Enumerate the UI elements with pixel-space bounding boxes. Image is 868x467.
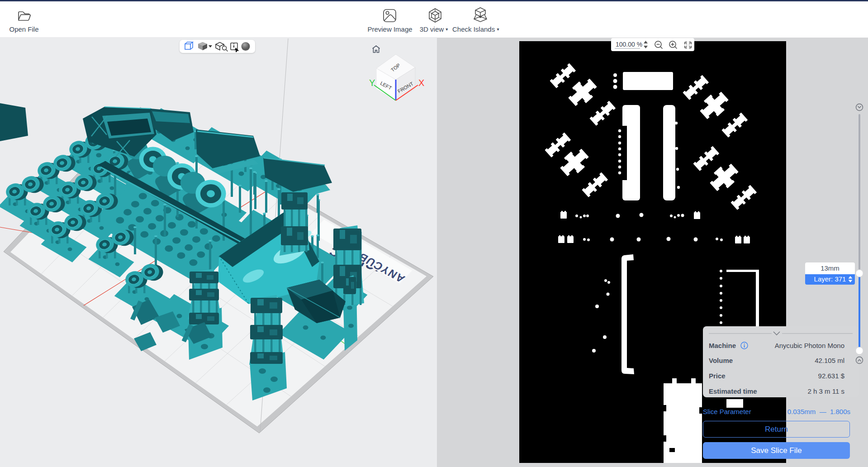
svg-text:100.00 %: 100.00 %: [616, 41, 642, 48]
svg-text:Y: Y: [369, 78, 375, 88]
svg-text:X: X: [418, 78, 424, 88]
